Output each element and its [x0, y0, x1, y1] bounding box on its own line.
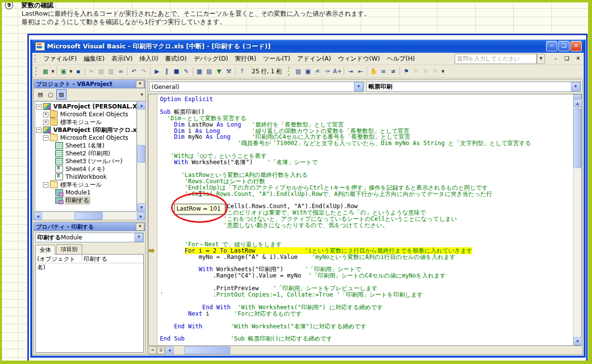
toolbox-icon[interactable]: ⚒	[224, 66, 234, 76]
mdi-restore-button[interactable]: ❏	[563, 55, 571, 63]
prev-bookmark-icon[interactable]: ⚐	[421, 66, 431, 76]
help-icon[interactable]: ?	[237, 66, 247, 76]
menu-item-1[interactable]: 編集(E)	[80, 53, 108, 64]
insert-userform-icon[interactable]: ▣	[59, 66, 68, 76]
complete-word-icon[interactable]: A+	[332, 66, 342, 76]
insert-dropdown-icon[interactable]: ▼	[68, 69, 73, 74]
ask-dropdown-icon[interactable]: ▼	[537, 54, 545, 64]
menu-grip[interactable]	[34, 55, 38, 63]
copy-icon[interactable]: ▤	[96, 66, 106, 76]
property-row[interactable]: (オブジェクト名)印刷する	[36, 255, 143, 263]
find-icon[interactable]: ∞	[116, 66, 126, 76]
reset-icon[interactable]: ■	[172, 66, 181, 76]
view-excel-icon[interactable]: ▦	[41, 66, 50, 76]
scroll-down-icon[interactable]: ▼	[137, 203, 146, 212]
toggle-breakpoint-icon[interactable]: ✋	[369, 66, 378, 76]
view-code-icon[interactable]: ▤	[36, 90, 45, 99]
menu-item-7[interactable]: ツール(T)	[260, 53, 293, 64]
cut-icon[interactable]: ✂	[87, 66, 96, 76]
design-mode-icon[interactable]: ✎	[181, 66, 191, 76]
menu-item-10[interactable]: ヘルプ(H)	[383, 53, 418, 64]
collapse-icon[interactable]: −	[36, 128, 42, 133]
scroll-left-icon[interactable]: ◀	[34, 212, 42, 220]
properties-close-icon[interactable]: ✕	[136, 223, 144, 231]
toolbar-dropdown-icon[interactable]: ▼	[50, 69, 55, 74]
tree-item[interactable]: 印刷する	[36, 196, 136, 204]
tree-item[interactable]: ThisWorkbook	[36, 173, 136, 181]
split-handle[interactable]	[573, 94, 581, 99]
tree-item[interactable]: Sheet1 (名簿)	[36, 142, 136, 150]
redo-icon[interactable]: ↷	[139, 66, 149, 76]
save-icon[interactable]: ▪	[73, 66, 83, 76]
tree-item[interactable]: Sheet2 (印刷用)	[36, 150, 136, 157]
menu-item-9[interactable]: ウィンドウ(W)	[334, 53, 383, 64]
break-icon[interactable]: ‖	[162, 66, 172, 76]
object-selector[interactable]: 印刷する Module ▼	[35, 233, 144, 242]
project-vertical-scrollbar[interactable]: ▲ ▼	[137, 101, 145, 212]
code-scroll-down-icon[interactable]: ▼	[573, 337, 582, 345]
view-object-icon[interactable]: ▢	[46, 90, 55, 99]
mdi-close-button[interactable]: ✕	[574, 55, 582, 63]
list-properties-icon[interactable]: ▤	[293, 66, 303, 76]
outdent-icon[interactable]: ⇤	[355, 66, 365, 76]
menu-item-4[interactable]: 書式(O)	[162, 53, 191, 64]
paste-icon[interactable]: ▥	[106, 66, 116, 76]
object-dropdown[interactable]: (General) ▼	[149, 82, 364, 92]
parameter-info-icon[interactable]: ✑	[323, 66, 332, 76]
object-selector-dropdown-icon[interactable]: ▼	[134, 233, 143, 242]
menu-item-3[interactable]: 挿入(I)	[136, 53, 161, 64]
property-value[interactable]: 印刷する	[82, 255, 143, 263]
menu-item-2[interactable]: 表示(V)	[108, 53, 136, 64]
menu-item-6[interactable]: 実行(R)	[232, 53, 260, 64]
properties-tab-1[interactable]: 項目別	[56, 244, 82, 254]
tree-item[interactable]: Module1	[36, 189, 136, 196]
project-explorer-icon[interactable]: ▩	[195, 66, 204, 76]
edit-toolbar-grip[interactable]	[288, 67, 291, 76]
code-scroll-up-icon[interactable]: ▲	[573, 99, 582, 107]
list-constants-icon[interactable]: ▣	[303, 66, 313, 76]
collapse-icon[interactable]: −	[43, 182, 48, 188]
expand-icon[interactable]: +	[43, 112, 48, 117]
procedure-view-button[interactable]: ≡	[149, 346, 156, 354]
object-browser-icon[interactable]: ▼	[214, 66, 224, 76]
run-icon[interactable]: ▶	[152, 66, 162, 76]
tree-item[interactable]: −標準モジュール	[36, 181, 136, 189]
expand-icon[interactable]: +	[43, 120, 48, 125]
tree-item[interactable]: −Microsoft Excel Objects	[36, 134, 136, 142]
project-toolbar-dropdown-icon[interactable]: ▼	[141, 93, 143, 97]
tree-item[interactable]: +標準モジュール	[36, 118, 136, 126]
title-bar[interactable]: Microsoft Visual Basic - 印刷用マクロ.xls [中断]…	[32, 40, 584, 53]
collapse-icon[interactable]: −	[36, 104, 42, 109]
project-close-icon[interactable]: ✕	[136, 80, 144, 88]
properties-panel-titlebar[interactable]: プロパティ - 印刷する ✕	[34, 222, 145, 231]
toggle-folders-icon[interactable]: ▨	[56, 89, 66, 100]
tree-item[interactable]: −VBAProject (印刷用マクロ.xl	[36, 126, 136, 134]
project-panel-titlebar[interactable]: プロジェクト - VBAProject ✕	[34, 80, 145, 88]
menu-item-8[interactable]: アドイン(A)	[294, 53, 334, 64]
project-horizontal-scrollbar[interactable]: ◀ ▶	[34, 212, 145, 220]
scroll-up-icon[interactable]: ▲	[137, 101, 146, 109]
edit-dropdown-icon[interactable]: ▼	[440, 69, 445, 74]
close-button[interactable]: ✕	[570, 41, 582, 51]
tree-item[interactable]: +Microsoft Excel Objects	[36, 110, 136, 118]
procedure-dropdown-icon[interactable]: ▼	[571, 82, 580, 91]
margin-indicator-bar[interactable]: ⇨	[149, 94, 157, 345]
toggle-bookmark-icon[interactable]: ⚑	[401, 66, 411, 76]
maximize-button[interactable]: ❏	[558, 41, 570, 51]
properties-window-icon[interactable]: ▤	[204, 66, 214, 76]
quick-info-icon[interactable]: ✍	[313, 66, 323, 76]
tree-item[interactable]: −VBAProject (PERSONAL.XL	[36, 103, 136, 110]
code-horizontal-scrollbar[interactable]: ◀	[165, 346, 582, 354]
ask-question-input[interactable]: 質問を入力してください	[455, 54, 537, 64]
tree-item[interactable]: Sheet4 (メモ)	[36, 165, 136, 173]
procedure-dropdown[interactable]: 帳票印刷 ▼	[366, 82, 581, 92]
menu-item-5[interactable]: デバッグ(D)	[190, 53, 232, 64]
uncomment-block-icon[interactable]: ≢	[388, 66, 398, 76]
mdi-minimize-button[interactable]: –	[551, 55, 560, 63]
full-module-view-button[interactable]: ☰	[157, 346, 165, 354]
scroll-right-icon[interactable]: ▶	[137, 212, 145, 220]
clear-bookmarks-icon[interactable]: ⚐	[431, 66, 440, 76]
collapse-icon[interactable]: −	[43, 135, 48, 141]
comment-block-icon[interactable]: ≡	[378, 66, 388, 76]
undo-icon[interactable]: ↶	[129, 66, 139, 76]
